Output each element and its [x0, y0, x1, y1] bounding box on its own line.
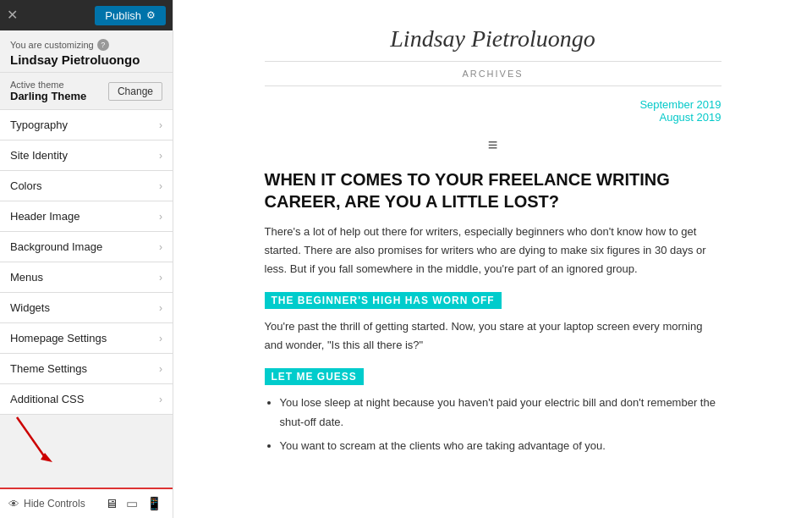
sidebar-bottom: 👁 Hide Controls 🖥 ▭ 📱: [0, 488, 173, 518]
list-item: You want to scream at the clients who ar…: [280, 437, 721, 455]
list-body: You lose sleep at night because you have…: [265, 394, 721, 455]
gear-icon: ⚙: [146, 9, 156, 21]
sidebar-header: ✕ Publish ⚙: [0, 0, 173, 30]
list-item: You lose sleep at night because you have…: [280, 394, 721, 431]
site-name: Lindsay Pietroluongo: [10, 52, 162, 67]
section2-heading: LET ME GUESS: [265, 368, 364, 385]
eye-icon: 👁: [8, 498, 19, 510]
publish-button[interactable]: Publish ⚙: [95, 6, 166, 25]
preview-area: Lindsay Pietroluongo ARCHIVES September …: [173, 0, 812, 518]
close-button[interactable]: ✕: [7, 8, 18, 22]
article-title: WHEN IT COMES TO YOUR FREELANCE WRITING …: [265, 168, 721, 212]
nav-item-homepage-settings[interactable]: Homepage Settings›: [0, 323, 173, 354]
nav-item-widgets[interactable]: Widgets›: [0, 293, 173, 323]
hide-controls-label: Hide Controls: [24, 498, 85, 510]
archive-link[interactable]: September 2019: [265, 98, 721, 111]
nav-item-typography[interactable]: Typography›: [0, 110, 173, 141]
nav-list: Typography›Site Identity›Colors›Header I…: [0, 110, 173, 488]
customizing-label: You are customizing ?: [10, 39, 162, 51]
active-theme-info: Active theme Darling Theme: [10, 80, 86, 102]
preview-site-title: Lindsay Pietroluongo: [265, 17, 721, 52]
nav-item-background-image[interactable]: Background Image›: [0, 232, 173, 262]
nav-item-additional-css[interactable]: Additional CSS›: [0, 384, 173, 415]
section1-body: You're past the thrill of getting starte…: [265, 317, 721, 355]
mobile-icon[interactable]: 📱: [145, 494, 164, 513]
nav-item-theme-settings[interactable]: Theme Settings›: [0, 354, 173, 384]
tablet-icon[interactable]: ▭: [124, 494, 140, 513]
nav-item-header-image[interactable]: Header Image›: [0, 201, 173, 232]
active-theme-label: Active theme: [10, 80, 86, 90]
preview-content: Lindsay Pietroluongo ARCHIVES September …: [239, 0, 747, 494]
customizing-info: You are customizing ? Lindsay Pietroluon…: [0, 30, 173, 72]
desktop-icon[interactable]: 🖥: [103, 494, 119, 513]
sidebar: ✕ Publish ⚙ You are customizing ? Lindsa…: [0, 0, 173, 518]
help-icon[interactable]: ?: [97, 39, 109, 51]
article-body: There's a lot of help out there for writ…: [265, 223, 721, 278]
archive-links: September 2019August 2019: [265, 98, 721, 124]
device-icons: 🖥 ▭ 📱: [103, 494, 164, 513]
active-theme-section: Active theme Darling Theme Change: [0, 72, 173, 110]
nav-item-menus[interactable]: Menus›: [0, 262, 173, 293]
active-theme-name: Darling Theme: [10, 90, 86, 102]
customizing-text: You are customizing: [10, 40, 94, 50]
change-theme-button[interactable]: Change: [108, 82, 162, 101]
menu-icon-preview: ≡: [265, 135, 721, 155]
hide-controls-button[interactable]: 👁 Hide Controls: [8, 498, 85, 510]
nav-item-colors[interactable]: Colors›: [0, 171, 173, 201]
archives-heading: ARCHIVES: [265, 61, 721, 86]
section1-heading: THE BEGINNER'S HIGH HAS WORN OFF: [265, 292, 502, 309]
publish-label: Publish: [105, 9, 141, 22]
archive-link[interactable]: August 2019: [265, 111, 721, 124]
nav-item-site-identity[interactable]: Site Identity›: [0, 141, 173, 171]
